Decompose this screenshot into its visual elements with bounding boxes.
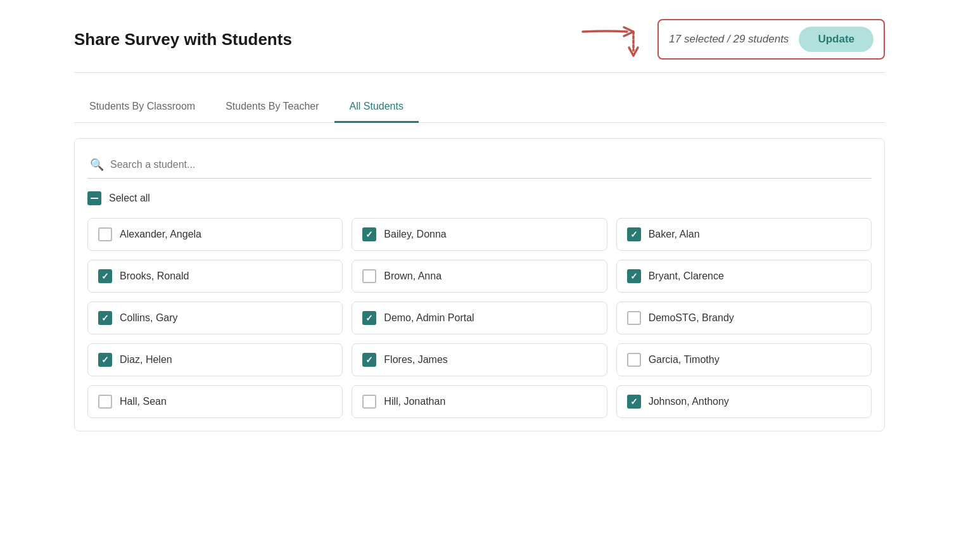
student-name: Brooks, Ronald <box>120 270 189 282</box>
select-all-row[interactable]: Select all <box>87 191 872 205</box>
student-checkbox[interactable] <box>98 353 112 367</box>
content-area: 🔍 Select all Alexander, AngelaBailey, Do… <box>74 138 885 431</box>
student-item[interactable]: Brooks, Ronald <box>87 260 343 293</box>
student-item[interactable]: Brown, Anna <box>352 260 607 293</box>
student-name: Collins, Gary <box>120 312 178 324</box>
student-item[interactable]: Hall, Sean <box>87 385 343 418</box>
student-item[interactable]: Johnson, Anthony <box>616 385 872 418</box>
student-item[interactable]: Bryant, Clarence <box>616 260 872 293</box>
student-checkbox[interactable] <box>627 395 641 409</box>
update-panel: 17 selected / 29 students Update <box>657 19 885 60</box>
tab-by-teacher[interactable]: Students By Teacher <box>210 92 334 123</box>
student-item[interactable]: Diaz, Helen <box>87 343 343 376</box>
student-name: Johnson, Anthony <box>649 396 729 407</box>
student-name: Demo, Admin Portal <box>384 312 474 324</box>
search-input[interactable] <box>110 159 869 170</box>
student-name: Hill, Jonathan <box>384 396 445 407</box>
student-checkbox[interactable] <box>627 227 641 241</box>
student-checkbox[interactable] <box>627 269 641 283</box>
student-checkbox[interactable] <box>98 395 112 409</box>
student-name: Bryant, Clarence <box>649 270 724 282</box>
student-checkbox[interactable] <box>98 311 112 325</box>
student-name: Baker, Alan <box>649 229 700 240</box>
student-item[interactable]: Collins, Gary <box>87 302 343 334</box>
student-name: Alexander, Angela <box>120 229 201 240</box>
student-checkbox[interactable] <box>627 353 641 367</box>
student-item[interactable]: Demo, Admin Portal <box>352 302 607 334</box>
student-checkbox[interactable] <box>98 227 112 241</box>
tab-by-classroom[interactable]: Students By Classroom <box>74 92 210 123</box>
student-item[interactable]: Alexander, Angela <box>87 218 343 251</box>
selection-status: 17 selected / 29 students <box>669 33 789 46</box>
student-item[interactable]: Hill, Jonathan <box>352 385 607 418</box>
student-checkbox[interactable] <box>362 395 376 409</box>
tabs-container: Students By Classroom Students By Teache… <box>74 92 885 123</box>
student-item[interactable]: Bailey, Donna <box>352 218 607 251</box>
student-item[interactable]: Garcia, Timothy <box>616 343 872 376</box>
student-item[interactable]: Flores, James <box>352 343 607 376</box>
student-checkbox[interactable] <box>362 227 376 241</box>
select-all-label: Select all <box>109 193 150 204</box>
student-checkbox[interactable] <box>362 311 376 325</box>
student-name: Diaz, Helen <box>120 354 172 366</box>
select-all-checkbox[interactable] <box>87 191 101 205</box>
students-grid: Alexander, AngelaBailey, DonnaBaker, Ala… <box>87 218 872 418</box>
student-checkbox[interactable] <box>98 269 112 283</box>
search-icon: 🔍 <box>90 158 104 172</box>
student-name: Hall, Sean <box>120 396 167 407</box>
student-checkbox[interactable] <box>362 269 376 283</box>
student-item[interactable]: Baker, Alan <box>616 218 872 251</box>
tab-all-students[interactable]: All Students <box>334 92 419 123</box>
search-container: 🔍 <box>87 151 872 179</box>
student-name: DemoSTG, Brandy <box>649 312 734 324</box>
student-name: Garcia, Timothy <box>649 354 720 366</box>
student-checkbox[interactable] <box>362 353 376 367</box>
student-item[interactable]: DemoSTG, Brandy <box>616 302 872 334</box>
student-name: Flores, James <box>384 354 447 366</box>
update-button[interactable]: Update <box>799 27 873 52</box>
student-name: Bailey, Donna <box>384 229 446 240</box>
page-title: Share Survey with Students <box>74 30 292 49</box>
student-checkbox[interactable] <box>627 311 641 325</box>
student-name: Brown, Anna <box>384 270 441 282</box>
arrow-annotation <box>576 13 652 66</box>
